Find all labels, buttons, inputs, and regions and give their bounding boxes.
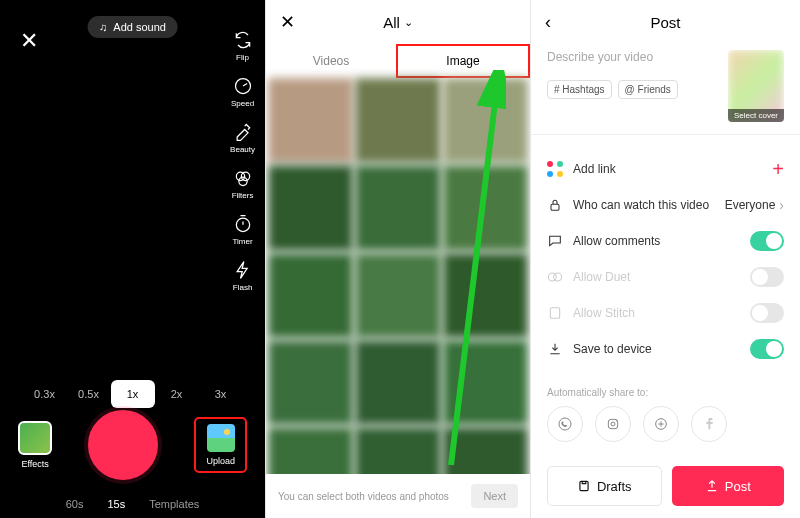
media-thumbnail[interactable] [268,340,353,425]
mode-60s[interactable]: 60s [66,498,84,510]
privacy-value: Everyone [725,198,776,212]
chevron-right-icon: › [779,197,784,213]
chevron-down-icon: ⌄ [404,16,413,29]
flash-button[interactable]: Flash [230,260,255,292]
media-thumbnail[interactable] [443,340,528,425]
lock-icon [547,197,563,213]
tab-image[interactable]: Image [396,44,530,78]
picker-hint: You can select both videos and photos [278,491,449,502]
svg-point-8 [554,273,562,281]
svg-point-3 [238,177,246,185]
media-thumbnail[interactable] [443,253,528,338]
timer-button[interactable]: Timer [230,214,255,246]
close-icon[interactable]: ✕ [20,28,38,54]
comment-icon [547,233,563,249]
svg-rect-9 [550,308,559,319]
save-toggle[interactable] [750,339,784,359]
post-icon [705,479,719,493]
duet-toggle [750,267,784,287]
filters-button[interactable]: Filters [230,168,255,200]
hashtags-button[interactable]: # Hashtags [547,80,612,99]
next-button[interactable]: Next [471,484,518,508]
effects-icon [18,421,52,455]
media-thumbnail[interactable] [355,165,440,250]
share-facebook-icon[interactable] [691,406,727,442]
svg-point-2 [241,172,249,180]
duet-icon [547,269,563,285]
media-thumbnail[interactable] [355,340,440,425]
drafts-icon [577,479,591,493]
svg-point-13 [616,420,617,421]
gallery-icon [207,424,235,452]
close-icon[interactable]: ✕ [280,11,295,33]
media-thumbnail[interactable] [268,78,353,163]
drafts-button[interactable]: Drafts [547,466,662,506]
zoom-2x[interactable]: 2x [155,380,199,408]
privacy-row[interactable]: Who can watch this video Everyone› [547,187,784,223]
media-thumbnail[interactable] [268,165,353,250]
media-thumbnail[interactable] [443,78,528,163]
share-more-icon[interactable] [643,406,679,442]
allow-stitch-row: Allow Stitch [547,295,784,331]
tab-videos[interactable]: Videos [266,44,396,78]
share-instagram-icon[interactable] [595,406,631,442]
svg-rect-15 [580,481,588,490]
svg-point-4 [236,218,249,231]
description-input[interactable]: Describe your video [547,50,718,80]
camera-screen: ✕ ♫ Add sound Flip Speed Beauty Filters … [0,0,265,518]
media-thumbnail[interactable] [443,165,528,250]
stitch-icon [547,305,563,321]
link-icon [547,161,563,177]
auto-share-label: Automatically share to: [547,387,784,398]
svg-point-10 [559,418,571,430]
comments-toggle[interactable] [750,231,784,251]
download-icon [547,341,563,357]
upload-button[interactable]: Upload [194,417,247,473]
plus-icon: + [772,158,784,181]
add-link-row[interactable]: Add link + [547,151,784,187]
add-sound-label: Add sound [113,21,166,33]
upload-label: Upload [206,456,235,466]
page-title: Post [650,14,680,31]
post-screen: ‹ Post Describe your video # Hashtags @ … [531,0,800,518]
mode-templates[interactable]: Templates [149,498,199,510]
add-sound-button[interactable]: ♫ Add sound [87,16,178,38]
save-to-device-row: Save to device [547,331,784,367]
back-icon[interactable]: ‹ [545,12,551,33]
allow-comments-row: Allow comments [547,223,784,259]
zoom-3x[interactable]: 3x [199,380,243,408]
album-dropdown[interactable]: All ⌄ [383,14,413,31]
effects-button[interactable]: Effects [18,421,52,469]
music-note-icon: ♫ [99,21,107,33]
media-picker-screen: ✕ All ⌄ Videos Image You can select both… [265,0,531,518]
beauty-button[interactable]: Beauty [230,122,255,154]
select-cover-button[interactable]: Select cover [728,50,784,122]
effects-label: Effects [21,459,48,469]
media-grid [266,78,530,518]
speed-button[interactable]: Speed [230,76,255,108]
share-whatsapp-icon[interactable] [547,406,583,442]
zoom-1x[interactable]: 1x [111,380,155,408]
post-button[interactable]: Post [672,466,785,506]
svg-rect-6 [551,204,559,210]
flip-button[interactable]: Flip [230,30,255,62]
mode-15s[interactable]: 15s [107,498,125,510]
zoom-selector: 0.3x 0.5x 1x 2x 3x [0,380,265,408]
mention-friends-button[interactable]: @ Friends [618,80,678,99]
media-thumbnail[interactable] [355,253,440,338]
stitch-toggle [750,303,784,323]
media-thumbnail[interactable] [355,78,440,163]
record-button[interactable] [88,410,158,480]
cover-label: Select cover [728,109,784,122]
mode-selector: 60s 15s Templates [0,498,265,510]
zoom-0.5x[interactable]: 0.5x [67,380,111,408]
zoom-0.3x[interactable]: 0.3x [23,380,67,408]
allow-duet-row: Allow Duet [547,259,784,295]
media-thumbnail[interactable] [268,253,353,338]
svg-point-12 [611,422,615,426]
